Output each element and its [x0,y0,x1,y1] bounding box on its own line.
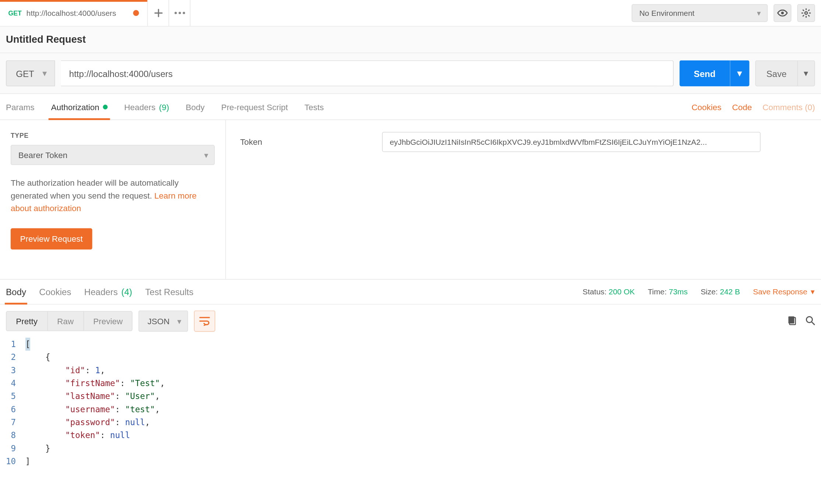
comments-link[interactable]: Comments (0) [762,102,815,112]
environment-quicklook-button[interactable] [773,4,791,22]
response-tab-headers[interactable]: Headers (4) [84,280,132,304]
active-dot-icon [103,104,108,109]
environment-label: No Environment [639,8,695,17]
save-label: Save [756,68,797,78]
gear-icon [801,8,811,18]
eye-icon [777,10,788,17]
response-tab-cookies[interactable]: Cookies [39,280,71,304]
code-link[interactable]: Code [732,102,752,112]
svg-point-2 [182,12,185,14]
view-pretty-button[interactable]: Pretty [7,312,47,330]
http-method-value: GET [16,68,34,78]
tab-tests[interactable]: Tests [304,94,324,119]
size-value: 242 B [720,287,740,296]
svg-point-7 [806,316,812,322]
tab-headers-label: Headers [124,102,156,112]
auth-help-text: The authorization header will be automat… [11,177,215,215]
copy-icon [788,315,797,325]
token-label: Token [240,137,359,147]
wrap-lines-button[interactable] [194,311,215,332]
chevron-down-icon: ▾ [811,287,815,296]
tab-headers-count: (9) [159,102,169,112]
auth-type-label: TYPE [11,132,215,139]
response-code: [ { "id": 1, "firstName": "Test", "lastN… [25,337,815,468]
tab-authorization[interactable]: Authorization [51,94,108,119]
response-tab-tests[interactable]: Test Results [145,280,193,304]
save-button[interactable]: Save ▾ [755,60,815,87]
tab-title: http://localhost:4000/users [27,8,116,17]
http-method-select[interactable]: GET ▾ [6,60,55,87]
response-headers-count: (4) [121,287,132,297]
svg-point-3 [781,12,784,14]
format-value: JSON [147,316,170,326]
tab-body[interactable]: Body [186,94,205,119]
response-body-viewer[interactable]: 1 2 3 4 5 6 7 8 9 10 [ { "id": 1, "first… [0,337,821,473]
send-label: Send [679,68,730,78]
chevron-down-icon: ▾ [204,150,208,160]
time-value: 73ms [669,287,688,296]
status-value: 200 OK [609,287,635,296]
status-label: Status: 200 OK [583,287,635,296]
unsaved-dot-icon [133,10,139,16]
svg-point-4 [805,12,807,14]
line-gutter: 1 2 3 4 5 6 7 8 9 10 [6,337,25,468]
environment-select[interactable]: No Environment ▾ [632,4,768,22]
settings-button[interactable] [797,4,815,22]
tab-params[interactable]: Params [6,94,34,119]
search-icon [806,315,815,325]
auth-type-select[interactable]: Bearer Token ▾ [11,145,215,165]
svg-point-1 [178,12,181,14]
view-raw-button[interactable]: Raw [47,312,83,330]
tab-options-button[interactable] [169,0,191,26]
tab-auth-label: Authorization [51,102,99,112]
time-label: Time: 73ms [648,287,688,296]
size-label: Size: 242 B [701,287,740,296]
view-preview-button[interactable]: Preview [83,312,132,330]
tab-headers[interactable]: Headers (9) [124,94,169,119]
chevron-down-icon: ▾ [42,68,47,79]
ellipsis-icon [174,12,185,14]
request-url-input[interactable] [61,60,674,87]
send-dropdown[interactable]: ▾ [730,60,749,87]
response-tab-body[interactable]: Body [6,280,26,304]
request-name[interactable]: Untitled Request [0,27,821,53]
response-headers-label: Headers [84,287,118,297]
svg-rect-6 [788,316,794,323]
copy-response-button[interactable] [788,315,797,326]
chevron-down-icon: ▾ [177,316,181,326]
auth-type-value: Bearer Token [18,150,67,160]
save-response-button[interactable]: Save Response ▾ [753,287,815,296]
wrap-icon [199,316,210,326]
cookies-link[interactable]: Cookies [692,102,722,112]
tab-method: GET [8,10,21,17]
plus-icon [153,8,163,18]
format-select[interactable]: JSON ▾ [139,311,188,332]
search-response-button[interactable] [806,315,815,326]
save-dropdown[interactable]: ▾ [797,61,815,85]
request-tab[interactable]: GET http://localhost:4000/users [0,0,148,26]
svg-point-0 [174,12,177,14]
preview-request-button[interactable]: Preview Request [11,228,92,250]
view-mode-segment: Pretty Raw Preview [6,311,133,331]
send-button[interactable]: Send ▾ [679,60,749,87]
token-input[interactable] [382,132,761,152]
chevron-down-icon: ▾ [757,8,761,17]
tab-prerequest[interactable]: Pre-request Script [221,94,288,119]
new-tab-button[interactable] [148,0,169,26]
